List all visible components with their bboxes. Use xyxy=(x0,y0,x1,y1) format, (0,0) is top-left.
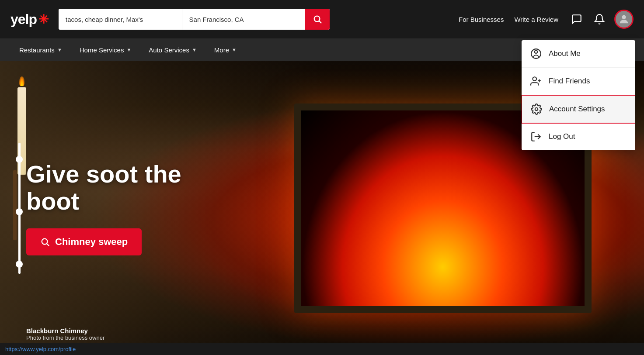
user-dropdown-menu: About Me Find Friends Account Settings L… xyxy=(522,40,635,150)
nav-more-label: More xyxy=(214,46,229,54)
chimney-sweep-button[interactable]: Chimney sweep xyxy=(26,228,142,255)
dropdown-find-friends[interactable]: Find Friends xyxy=(522,68,635,95)
search-button[interactable] xyxy=(305,9,330,30)
dropdown-about-me[interactable]: About Me xyxy=(522,40,635,68)
candle-flame xyxy=(19,76,24,86)
search-input-find[interactable] xyxy=(59,9,182,30)
status-url: https://www.yelp.com/profile xyxy=(5,346,76,352)
nav-restaurants-label: Restaurants xyxy=(19,46,55,54)
search-icon xyxy=(313,14,322,24)
hero-dot-1 xyxy=(16,156,23,163)
account-settings-label: Account Settings xyxy=(549,105,605,114)
header-links: For Businesses Write a Review xyxy=(459,10,634,29)
svg-line-1 xyxy=(319,21,321,23)
logout-icon xyxy=(530,131,542,142)
search-input-location[interactable] xyxy=(182,9,306,30)
nav-more[interactable]: More ▼ xyxy=(205,38,245,61)
messages-icon xyxy=(571,14,582,25)
messages-button[interactable] xyxy=(569,11,585,27)
for-businesses-link[interactable]: For Businesses xyxy=(459,16,504,23)
nav-auto-services-chevron: ▼ xyxy=(192,47,197,52)
nav-home-services-label: Home Services xyxy=(80,46,124,54)
dropdown-log-out[interactable]: Log Out xyxy=(522,123,635,150)
avatar-icon xyxy=(618,13,630,25)
user-circle-icon xyxy=(530,48,542,59)
nav-auto-services-label: Auto Services xyxy=(149,46,189,54)
header-icons xyxy=(569,10,634,29)
user-plus-icon xyxy=(530,76,542,87)
find-friends-label: Find Friends xyxy=(549,77,590,86)
about-me-label: About Me xyxy=(549,49,581,58)
dropdown-account-settings[interactable]: Account Settings xyxy=(522,95,635,124)
svg-point-3 xyxy=(42,239,48,245)
svg-point-2 xyxy=(622,15,626,19)
hero-title: Give soot the boot xyxy=(26,161,236,214)
cta-label: Chimney sweep xyxy=(55,236,128,248)
nav-restaurants-chevron: ▼ xyxy=(57,47,62,52)
yelp-logo[interactable]: yelp✳ xyxy=(10,11,48,28)
photo-credit-sub: Photo from the business owner xyxy=(26,334,104,341)
hero-dot-3 xyxy=(16,261,23,268)
nav-home-services[interactable]: Home Services ▼ xyxy=(71,38,140,61)
hero-content: Give soot the boot Chimney sweep xyxy=(0,161,262,255)
svg-point-0 xyxy=(314,16,320,22)
write-review-link[interactable]: Write a Review xyxy=(514,16,558,23)
nav-restaurants[interactable]: Restaurants ▼ xyxy=(10,38,71,61)
photo-credit-name: Blackburn Chimney xyxy=(26,327,104,334)
logo-text: yelp xyxy=(10,11,37,28)
nav-more-chevron: ▼ xyxy=(232,47,237,52)
header: yelp✳ For Businesses Write a Review xyxy=(0,0,644,38)
cta-search-icon xyxy=(40,237,50,247)
nav-auto-services[interactable]: Auto Services ▼ xyxy=(140,38,205,61)
notifications-button[interactable] xyxy=(592,11,607,27)
nav-home-services-chevron: ▼ xyxy=(126,47,131,52)
log-out-label: Log Out xyxy=(549,132,575,141)
svg-point-6 xyxy=(535,50,538,53)
svg-line-4 xyxy=(47,244,49,246)
svg-point-10 xyxy=(535,108,538,111)
svg-point-7 xyxy=(533,77,536,81)
bell-icon xyxy=(594,14,605,25)
photo-credit: Blackburn Chimney Photo from the busines… xyxy=(26,327,104,341)
logo-burst: ✳ xyxy=(38,12,48,27)
hero-dot-2 xyxy=(16,208,23,215)
gear-icon xyxy=(531,103,542,115)
user-avatar-button[interactable] xyxy=(614,10,634,29)
search-bar xyxy=(59,9,330,30)
status-bar: https://www.yelp.com/profile xyxy=(0,343,644,355)
